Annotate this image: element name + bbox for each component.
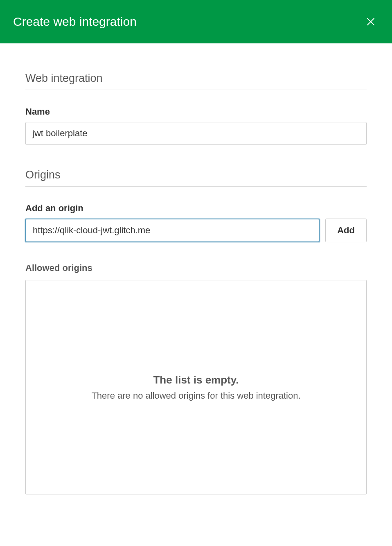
dialog-header: Create web integration — [0, 0, 392, 43]
empty-state-title: The list is empty. — [153, 374, 239, 386]
add-origin-row: Add — [25, 219, 367, 242]
dialog-content: Web integration Name Origins Add an orig… — [0, 43, 392, 511]
name-input[interactable] — [25, 122, 367, 145]
name-label: Name — [25, 106, 367, 117]
section-heading-origins: Origins — [25, 169, 367, 187]
add-origin-input[interactable] — [25, 219, 320, 242]
close-icon — [366, 17, 376, 27]
empty-state-subtitle: There are no allowed origins for this we… — [91, 390, 300, 401]
dialog-title: Create web integration — [13, 15, 137, 29]
close-button[interactable] — [363, 14, 379, 30]
allowed-origins-box: The list is empty. There are no allowed … — [25, 280, 367, 494]
add-origin-label: Add an origin — [25, 203, 367, 214]
allowed-origins-label: Allowed origins — [25, 263, 367, 273]
add-origin-button[interactable]: Add — [325, 219, 367, 242]
name-field-group: Name — [25, 106, 367, 145]
section-heading-web-integration: Web integration — [25, 72, 367, 90]
